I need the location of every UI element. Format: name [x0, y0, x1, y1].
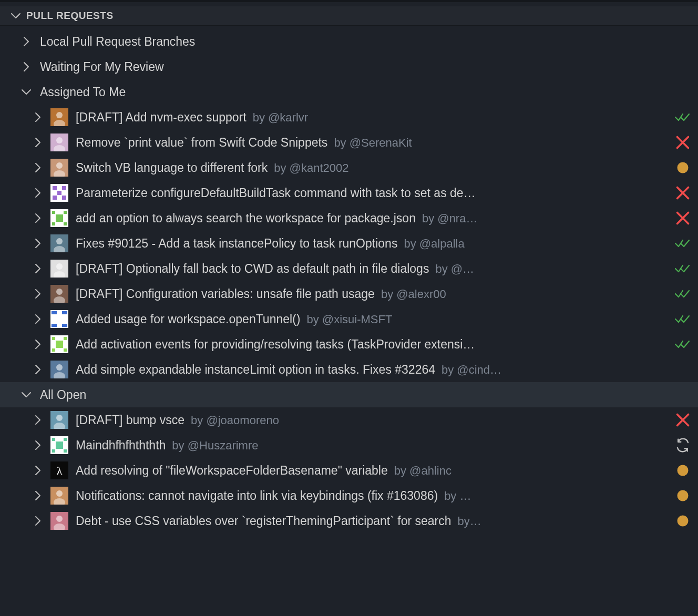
svg-point-56 — [678, 465, 689, 476]
svg-rect-21 — [56, 214, 63, 222]
svg-point-43 — [56, 364, 63, 371]
panel-title: PULL REQUESTS — [26, 10, 114, 22]
svg-rect-53 — [56, 442, 63, 449]
avatar — [50, 436, 68, 454]
pr-item[interactable]: Debt - use CSS variables over `registerT… — [0, 508, 698, 533]
pr-item[interactable]: Fixes #90125 - Add a task instancePolicy… — [0, 231, 698, 256]
avatar — [50, 234, 68, 252]
pr-title: [DRAFT] bump vsce — [76, 413, 184, 427]
chevron-right-icon — [32, 187, 44, 199]
svg-point-64 — [678, 516, 689, 527]
status-pending-icon — [675, 488, 691, 504]
pr-text: Debt - use CSS variables over `registerT… — [76, 514, 670, 528]
chevron-right-icon — [32, 111, 44, 124]
svg-rect-14 — [53, 196, 57, 200]
pr-author: by @SerenaKit — [334, 136, 412, 150]
pr-title: Added usage for workspace.openTunnel() — [76, 312, 300, 326]
chevron-right-icon — [32, 338, 44, 351]
status-success-icon — [675, 261, 691, 276]
group-label: Assigned To Me — [40, 85, 126, 99]
pr-author: by @kant2002 — [274, 161, 348, 175]
pr-text: Notifications: cannot navigate into link… — [76, 489, 670, 503]
status-none-icon — [675, 362, 691, 377]
status-success-icon — [675, 109, 691, 125]
panel-header[interactable]: PULL REQUESTS — [0, 6, 698, 26]
pr-text: Fixes #90125 - Add a task instancePolicy… — [76, 237, 670, 251]
pr-item[interactable]: Remove `print value` from Swift Code Sni… — [0, 130, 698, 155]
svg-point-1 — [56, 112, 63, 118]
svg-rect-11 — [53, 186, 57, 190]
pr-text: Add simple expandable instanceLimit opti… — [76, 363, 670, 377]
avatar — [50, 310, 68, 328]
avatar: λ — [50, 461, 68, 479]
chevron-right-icon — [32, 489, 44, 502]
svg-rect-18 — [64, 211, 67, 214]
pr-item[interactable]: add an option to always search the works… — [0, 206, 698, 231]
pr-item[interactable]: Switch VB language to different forkby @… — [0, 155, 698, 180]
chevron-right-icon — [32, 136, 44, 149]
pr-item[interactable]: Parameterize configureDefaultBuildTask c… — [0, 180, 698, 206]
status-fail-icon — [675, 135, 691, 150]
pr-author: by @nra… — [422, 212, 477, 225]
svg-rect-12 — [62, 186, 66, 190]
chevron-right-icon — [32, 237, 44, 250]
chevron-down-icon — [20, 388, 33, 401]
status-success-icon — [675, 311, 691, 327]
pr-item[interactable]: λAdd resolving of "fileWorkspaceFolderBa… — [0, 458, 698, 483]
pr-title: [DRAFT] Configuration variables: unsafe … — [76, 287, 375, 301]
pr-item[interactable]: [DRAFT] bump vsceby @joaomoreno — [0, 407, 698, 433]
pr-item[interactable]: [DRAFT] Optionally fall back to CWD as d… — [0, 256, 698, 281]
svg-rect-19 — [52, 222, 55, 225]
pr-item[interactable]: Notifications: cannot navigate into link… — [0, 483, 698, 508]
pr-text: Parameterize configureDefaultBuildTask c… — [76, 186, 670, 200]
pr-text: Remove `print value` from Swift Code Sni… — [76, 136, 670, 150]
avatar — [50, 184, 68, 202]
svg-rect-17 — [52, 211, 55, 214]
pr-item[interactable]: [DRAFT] Add nvm-exec supportby @karlvr — [0, 105, 698, 130]
pr-title: [DRAFT] Add nvm-exec support — [76, 110, 247, 125]
svg-rect-41 — [56, 341, 63, 348]
pr-title: Fixes #90125 - Add a task instancePolicy… — [76, 237, 397, 251]
pr-author: by @… — [435, 262, 474, 276]
pr-title: Switch VB language to different fork — [76, 161, 268, 175]
svg-point-4 — [56, 137, 63, 143]
group-assigned[interactable]: Assigned To Me — [0, 79, 698, 105]
pr-author: by @alpalla — [404, 237, 464, 251]
pr-title: Debt - use CSS variables over `registerT… — [76, 514, 451, 528]
svg-point-58 — [56, 490, 63, 497]
pull-requests-panel: PULL REQUESTS Local Pull Request Branche… — [0, 2, 698, 533]
chevron-right-icon — [32, 288, 44, 300]
pr-item[interactable]: Add activation events for providing/reso… — [0, 332, 698, 357]
svg-rect-50 — [64, 438, 67, 441]
pr-text: [DRAFT] bump vsceby @joaomoreno — [76, 413, 670, 427]
pr-item[interactable]: Added usage for workspace.openTunnel()by… — [0, 306, 698, 332]
pr-item[interactable]: Maindhfhfhthththby @Huszarimre — [0, 433, 698, 458]
pr-author: by @Huszarimre — [172, 439, 258, 453]
pr-text: [DRAFT] Add nvm-exec supportby @karlvr — [76, 110, 670, 125]
avatar — [50, 108, 68, 126]
svg-rect-32 — [52, 311, 57, 314]
group-label: Local Pull Request Branches — [40, 35, 195, 49]
svg-rect-51 — [52, 449, 55, 453]
chevron-right-icon — [32, 414, 44, 426]
group-local[interactable]: Local Pull Request Branches — [0, 29, 698, 54]
status-success-icon — [675, 336, 691, 352]
avatar — [50, 487, 68, 505]
pr-title: add an option to always search the works… — [76, 211, 416, 225]
pr-text: Switch VB language to different forkby @… — [76, 161, 670, 175]
pr-title: Add activation events for providing/reso… — [76, 337, 475, 352]
pr-item[interactable]: [DRAFT] Configuration variables: unsafe … — [0, 281, 698, 306]
chevron-down-icon — [20, 86, 33, 98]
avatar — [50, 260, 68, 278]
pr-item[interactable]: Add simple expandable instanceLimit opti… — [0, 357, 698, 382]
svg-rect-34 — [52, 324, 57, 327]
svg-rect-38 — [64, 337, 67, 340]
svg-point-46 — [56, 415, 63, 421]
pr-title: Add simple expandable instanceLimit opti… — [76, 363, 435, 377]
group-allopen[interactable]: All Open — [0, 382, 698, 407]
group-waiting[interactable]: Waiting For My Review — [0, 54, 698, 79]
pr-text: [DRAFT] Configuration variables: unsafe … — [76, 287, 670, 301]
pr-title: Add resolving of "fileWorkspaceFolderBas… — [76, 464, 388, 478]
svg-rect-13 — [57, 191, 61, 195]
pr-text: Add resolving of "fileWorkspaceFolderBas… — [76, 464, 670, 478]
